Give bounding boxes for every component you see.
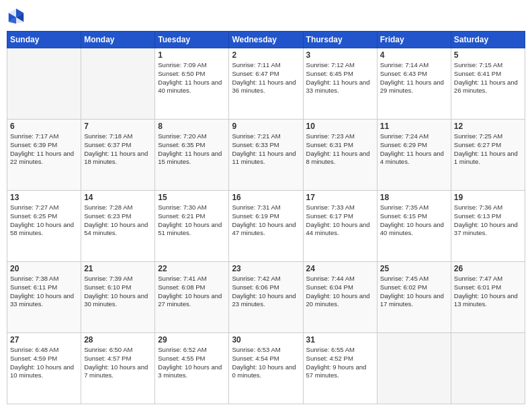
day-number: 5: [454, 50, 522, 60]
day-number: 22: [158, 264, 226, 273]
calendar-table: SundayMondayTuesdayWednesdayThursdayFrid…: [7, 31, 525, 404]
day-number: 21: [84, 264, 152, 273]
day-number: 2: [232, 50, 300, 60]
calendar-cell: 14Sunrise: 7:28 AM Sunset: 6:23 PM Dayli…: [81, 191, 155, 262]
day-number: 25: [380, 264, 448, 273]
day-number: 26: [454, 264, 522, 273]
day-info: Sunrise: 6:52 AM Sunset: 4:55 PM Dayligh…: [158, 346, 226, 380]
day-info: Sunrise: 7:47 AM Sunset: 6:01 PM Dayligh…: [454, 275, 522, 309]
calendar-cell: 15Sunrise: 7:30 AM Sunset: 6:21 PM Dayli…: [155, 191, 229, 262]
day-number: 29: [158, 335, 226, 345]
calendar-cell: 10Sunrise: 7:23 AM Sunset: 6:31 PM Dayli…: [303, 120, 377, 191]
day-number: 27: [10, 335, 78, 345]
weekday-header-saturday: Saturday: [451, 32, 525, 48]
day-info: Sunrise: 7:35 AM Sunset: 6:15 PM Dayligh…: [380, 203, 448, 238]
calendar-cell: 5Sunrise: 7:15 AM Sunset: 6:41 PM Daylig…: [451, 48, 525, 120]
calendar-week-row: 20Sunrise: 7:38 AM Sunset: 6:11 PM Dayli…: [7, 262, 525, 333]
day-info: Sunrise: 7:23 AM Sunset: 6:31 PM Dayligh…: [306, 132, 374, 167]
day-number: 14: [84, 193, 152, 202]
day-info: Sunrise: 7:41 AM Sunset: 6:08 PM Dayligh…: [158, 275, 226, 309]
logo-icon: [7, 7, 26, 26]
calendar-cell: 20Sunrise: 7:38 AM Sunset: 6:11 PM Dayli…: [7, 262, 81, 333]
day-number: 15: [158, 193, 226, 202]
calendar-cell: 12Sunrise: 7:25 AM Sunset: 6:27 PM Dayli…: [451, 120, 525, 191]
day-number: 1: [158, 50, 226, 60]
calendar-cell: 21Sunrise: 7:39 AM Sunset: 6:10 PM Dayli…: [81, 262, 155, 333]
day-info: Sunrise: 7:44 AM Sunset: 6:04 PM Dayligh…: [306, 275, 374, 309]
calendar-cell: 25Sunrise: 7:45 AM Sunset: 6:02 PM Dayli…: [377, 262, 451, 333]
calendar-week-row: 1Sunrise: 7:09 AM Sunset: 6:50 PM Daylig…: [7, 48, 525, 120]
calendar-cell: 28Sunrise: 6:50 AM Sunset: 4:57 PM Dayli…: [81, 333, 155, 404]
calendar-cell: 16Sunrise: 7:31 AM Sunset: 6:19 PM Dayli…: [229, 191, 303, 262]
day-info: Sunrise: 7:30 AM Sunset: 6:21 PM Dayligh…: [158, 203, 226, 238]
day-info: Sunrise: 7:25 AM Sunset: 6:27 PM Dayligh…: [454, 132, 522, 167]
day-info: Sunrise: 6:55 AM Sunset: 4:52 PM Dayligh…: [306, 346, 374, 380]
calendar-week-row: 13Sunrise: 7:27 AM Sunset: 6:25 PM Dayli…: [7, 191, 525, 262]
day-info: Sunrise: 7:11 AM Sunset: 6:47 PM Dayligh…: [232, 61, 300, 95]
weekday-header-tuesday: Tuesday: [155, 32, 229, 48]
calendar-week-row: 27Sunrise: 6:48 AM Sunset: 4:59 PM Dayli…: [7, 333, 525, 404]
day-info: Sunrise: 7:33 AM Sunset: 6:17 PM Dayligh…: [306, 203, 374, 238]
calendar-cell: [451, 333, 525, 404]
calendar-cell: 29Sunrise: 6:52 AM Sunset: 4:55 PM Dayli…: [155, 333, 229, 404]
calendar-cell: 19Sunrise: 7:36 AM Sunset: 6:13 PM Dayli…: [451, 191, 525, 262]
weekday-header-friday: Friday: [377, 32, 451, 48]
weekday-header-thursday: Thursday: [303, 32, 377, 48]
day-info: Sunrise: 7:28 AM Sunset: 6:23 PM Dayligh…: [84, 203, 152, 238]
calendar-cell: 30Sunrise: 6:53 AM Sunset: 4:54 PM Dayli…: [229, 333, 303, 404]
day-number: 10: [306, 122, 374, 131]
calendar-cell: 24Sunrise: 7:44 AM Sunset: 6:04 PM Dayli…: [303, 262, 377, 333]
day-info: Sunrise: 7:31 AM Sunset: 6:19 PM Dayligh…: [232, 203, 300, 238]
day-info: Sunrise: 7:27 AM Sunset: 6:25 PM Dayligh…: [10, 203, 78, 238]
day-number: 11: [380, 122, 448, 131]
logo: [7, 7, 28, 26]
day-info: Sunrise: 6:50 AM Sunset: 4:57 PM Dayligh…: [84, 346, 152, 380]
day-number: 13: [10, 193, 78, 202]
day-info: Sunrise: 7:17 AM Sunset: 6:39 PM Dayligh…: [10, 132, 78, 167]
weekday-header-sunday: Sunday: [7, 32, 81, 48]
page: SundayMondayTuesdayWednesdayThursdayFrid…: [0, 0, 532, 411]
day-number: 12: [454, 122, 522, 131]
day-number: 7: [84, 122, 152, 131]
header: [7, 7, 525, 26]
day-number: 16: [232, 193, 300, 202]
calendar-cell: 26Sunrise: 7:47 AM Sunset: 6:01 PM Dayli…: [451, 262, 525, 333]
calendar-cell: 9Sunrise: 7:21 AM Sunset: 6:33 PM Daylig…: [229, 120, 303, 191]
calendar-cell: 27Sunrise: 6:48 AM Sunset: 4:59 PM Dayli…: [7, 333, 81, 404]
day-info: Sunrise: 7:20 AM Sunset: 6:35 PM Dayligh…: [158, 132, 226, 167]
calendar-cell: 11Sunrise: 7:24 AM Sunset: 6:29 PM Dayli…: [377, 120, 451, 191]
day-number: 18: [380, 193, 448, 202]
day-info: Sunrise: 7:15 AM Sunset: 6:41 PM Dayligh…: [454, 61, 522, 95]
calendar-cell: 31Sunrise: 6:55 AM Sunset: 4:52 PM Dayli…: [303, 333, 377, 404]
day-number: 17: [306, 193, 374, 202]
calendar-cell: 1Sunrise: 7:09 AM Sunset: 6:50 PM Daylig…: [155, 48, 229, 120]
day-number: 9: [232, 122, 300, 131]
calendar-cell: [7, 48, 81, 120]
day-info: Sunrise: 7:42 AM Sunset: 6:06 PM Dayligh…: [232, 275, 300, 309]
day-info: Sunrise: 7:36 AM Sunset: 6:13 PM Dayligh…: [454, 203, 522, 238]
day-info: Sunrise: 7:39 AM Sunset: 6:10 PM Dayligh…: [84, 275, 152, 309]
weekday-header-monday: Monday: [81, 32, 155, 48]
day-info: Sunrise: 7:21 AM Sunset: 6:33 PM Dayligh…: [232, 132, 300, 167]
day-info: Sunrise: 6:53 AM Sunset: 4:54 PM Dayligh…: [232, 346, 300, 380]
day-number: 8: [158, 122, 226, 131]
day-info: Sunrise: 7:24 AM Sunset: 6:29 PM Dayligh…: [380, 132, 448, 167]
day-number: 20: [10, 264, 78, 273]
calendar-cell: 17Sunrise: 7:33 AM Sunset: 6:17 PM Dayli…: [303, 191, 377, 262]
day-info: Sunrise: 7:45 AM Sunset: 6:02 PM Dayligh…: [380, 275, 448, 309]
day-number: 31: [306, 335, 374, 345]
day-number: 3: [306, 50, 374, 60]
day-info: Sunrise: 7:18 AM Sunset: 6:37 PM Dayligh…: [84, 132, 152, 167]
day-info: Sunrise: 7:38 AM Sunset: 6:11 PM Dayligh…: [10, 275, 78, 309]
day-info: Sunrise: 7:09 AM Sunset: 6:50 PM Dayligh…: [158, 61, 226, 95]
calendar-cell: [377, 333, 451, 404]
day-info: Sunrise: 7:12 AM Sunset: 6:45 PM Dayligh…: [306, 61, 374, 95]
day-number: 28: [84, 335, 152, 345]
calendar-cell: 4Sunrise: 7:14 AM Sunset: 6:43 PM Daylig…: [377, 48, 451, 120]
weekday-header-row: SundayMondayTuesdayWednesdayThursdayFrid…: [7, 32, 525, 48]
day-number: 6: [10, 122, 78, 131]
calendar-cell: [81, 48, 155, 120]
calendar-week-row: 6Sunrise: 7:17 AM Sunset: 6:39 PM Daylig…: [7, 120, 525, 191]
calendar-cell: 3Sunrise: 7:12 AM Sunset: 6:45 PM Daylig…: [303, 48, 377, 120]
calendar-cell: 18Sunrise: 7:35 AM Sunset: 6:15 PM Dayli…: [377, 191, 451, 262]
